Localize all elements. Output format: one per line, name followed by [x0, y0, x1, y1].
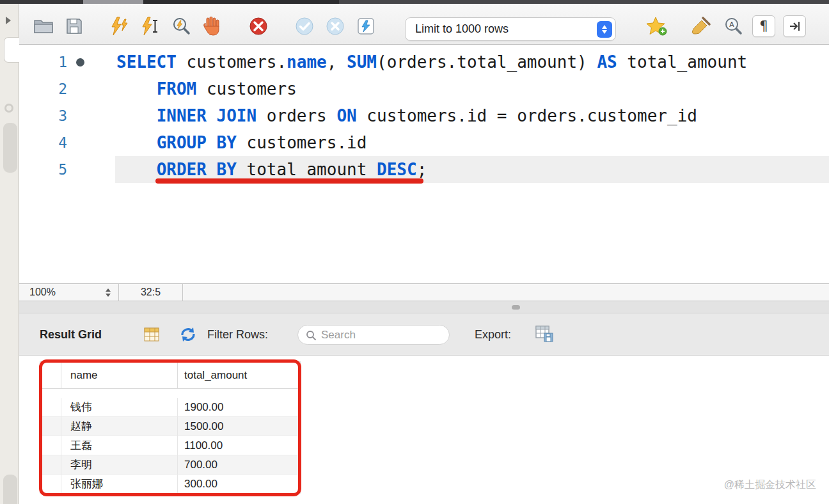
limit-rows-dropdown[interactable]: Limit to 1000 rows: [405, 17, 616, 41]
column-header-name[interactable]: name: [61, 362, 178, 389]
export-recordset-icon: [535, 325, 554, 343]
toggle-autocommit-button[interactable]: [354, 15, 377, 38]
row-header-cell: [40, 475, 61, 494]
line-number: 5: [19, 161, 67, 178]
snippet-star-plus-icon: [647, 17, 667, 36]
sidebar-bottom-shape: [3, 475, 17, 504]
cell-name[interactable]: 钱伟: [61, 398, 178, 417]
rollback-button[interactable]: [324, 15, 347, 38]
table-row[interactable]: 王磊1100.00: [40, 436, 301, 455]
filter-search-input[interactable]: [321, 329, 436, 342]
export-label: Export:: [475, 313, 511, 356]
cell-total-amount[interactable]: 700.00: [178, 455, 301, 475]
sql-editor-panel: Limit to 1000 rows: [19, 4, 829, 504]
zoom-control[interactable]: 100%: [19, 284, 119, 301]
cursor-position-value: 32:5: [141, 287, 161, 298]
execute-button[interactable]: [107, 15, 130, 38]
zoom-stepper-icon[interactable]: [106, 288, 111, 297]
table-row[interactable]: 赵静1500.00: [40, 417, 301, 436]
rollback-x-icon: [326, 17, 345, 36]
save-snippet-button[interactable]: [645, 15, 668, 38]
filter-search-box[interactable]: [297, 325, 450, 345]
editor-line-5[interactable]: 5 ORDER BY total_amount DESC;: [19, 156, 829, 183]
result-grid-view-button[interactable]: [143, 326, 160, 343]
open-folder-button[interactable]: [32, 15, 55, 38]
table-row[interactable]: 钱伟1900.00: [40, 398, 301, 417]
row-header-cell: [40, 417, 61, 436]
execute-current-statement-icon: [140, 17, 159, 36]
pilcrow-icon: ¶: [759, 19, 768, 34]
result-grid-toolbar: Result Grid Filter Rows:: [19, 313, 829, 356]
editor-statusbar: 100% 32:5: [19, 283, 829, 301]
result-table: nametotal_amount 钱伟1900.00赵静1500.00王磊110…: [40, 361, 301, 494]
cell-total-amount[interactable]: 300.00: [178, 475, 301, 494]
open-folder-icon: [33, 17, 54, 35]
panel-splitter[interactable]: [19, 301, 829, 313]
table-row[interactable]: 李明700.00: [40, 455, 301, 475]
wrap-arrow-icon: [788, 20, 801, 33]
show-invisibles-button[interactable]: ¶: [752, 15, 775, 37]
editor-line-1[interactable]: 1SELECT customers.name, SUM(orders.total…: [19, 49, 829, 75]
toggle-wrap-button[interactable]: [783, 15, 806, 37]
save-button[interactable]: [63, 15, 86, 38]
save-icon: [65, 17, 83, 35]
row-header-cell: [40, 436, 61, 455]
stop-button[interactable]: [200, 15, 223, 38]
find-magnifier-icon: A: [723, 17, 743, 36]
code-text: SELECT customers.name, SUM(orders.total_…: [116, 52, 747, 72]
grid-header: nametotal_amount: [40, 361, 301, 389]
editor-line-2[interactable]: 2 FROM customers: [19, 75, 829, 102]
export-recordset-button[interactable]: [535, 325, 554, 343]
stop-hand-icon: [203, 17, 221, 36]
editor-line-3[interactable]: 3 INNER JOIN orders ON customers.id = or…: [19, 102, 829, 129]
row-header-cell: [40, 455, 61, 475]
cell-name[interactable]: 李明: [61, 455, 178, 475]
grid-rows: 钱伟1900.00赵静1500.00王磊1100.00李明700.00张丽娜30…: [40, 398, 301, 494]
search-icon: [306, 330, 316, 340]
explain-plan-button[interactable]: [170, 15, 193, 38]
sidebar-expand-arrow-icon[interactable]: [6, 17, 11, 24]
statement-marker-dot: [76, 58, 84, 67]
filter-rows-label: Filter Rows:: [207, 313, 268, 356]
result-grid-title: Result Grid: [40, 313, 102, 356]
code-text: ORDER BY total_amount DESC;: [116, 160, 427, 179]
cell-name[interactable]: 张丽娜: [61, 475, 178, 494]
dropdown-stepper-icon[interactable]: [597, 21, 612, 38]
execute-current-statement-button[interactable]: [138, 15, 161, 38]
table-row[interactable]: 张丽娜300.00: [40, 475, 301, 494]
cell-total-amount[interactable]: 1100.00: [178, 436, 301, 455]
line-number: 2: [19, 81, 67, 97]
cursor-position: 32:5: [119, 284, 183, 301]
limit-rows-value: Limit to 1000 rows: [415, 22, 509, 36]
code-text: INNER JOIN orders ON customers.id = orde…: [116, 106, 697, 125]
commit-button[interactable]: [293, 15, 316, 38]
watermark-text: @稀土掘金技术社区: [724, 478, 816, 492]
find-button[interactable]: A: [722, 15, 745, 38]
editor-lines: 1SELECT customers.name, SUM(orders.total…: [19, 49, 829, 183]
row-header-cell: [40, 398, 61, 417]
sidebar-knob-shape: [4, 104, 13, 113]
left-sidebar-strip: [0, 4, 19, 504]
line-number: 4: [19, 134, 67, 151]
cell-name[interactable]: 王磊: [61, 436, 178, 455]
editor-line-4[interactable]: 4 GROUP BY customers.id: [19, 129, 829, 156]
code-text: FROM customers: [116, 79, 297, 98]
cell-name[interactable]: 赵静: [61, 417, 178, 436]
annotation-red-underline: [155, 178, 423, 184]
sql-editor[interactable]: 1SELECT customers.name, SUM(orders.total…: [19, 45, 829, 283]
code-text: GROUP BY customers.id: [116, 133, 367, 152]
column-header-total_amount[interactable]: total_amount: [178, 362, 301, 389]
stop-on-error-button[interactable]: [247, 15, 270, 38]
svg-text:A: A: [729, 20, 734, 28]
refresh-button[interactable]: [179, 326, 197, 343]
cell-total-amount[interactable]: 1500.00: [178, 417, 301, 436]
beautify-script-button[interactable]: [690, 15, 713, 38]
explain-plan-icon: [171, 17, 191, 36]
sidebar-tab-fragment[interactable]: [4, 37, 19, 63]
stop-on-error-icon: [249, 17, 268, 36]
gutter: [67, 58, 116, 67]
sidebar-pill-shape: [3, 123, 17, 173]
splitter-handle-icon[interactable]: [512, 305, 520, 310]
result-grid-area: nametotal_amount 钱伟1900.00赵静1500.00王磊110…: [19, 356, 829, 504]
cell-total-amount[interactable]: 1900.00: [178, 398, 301, 417]
